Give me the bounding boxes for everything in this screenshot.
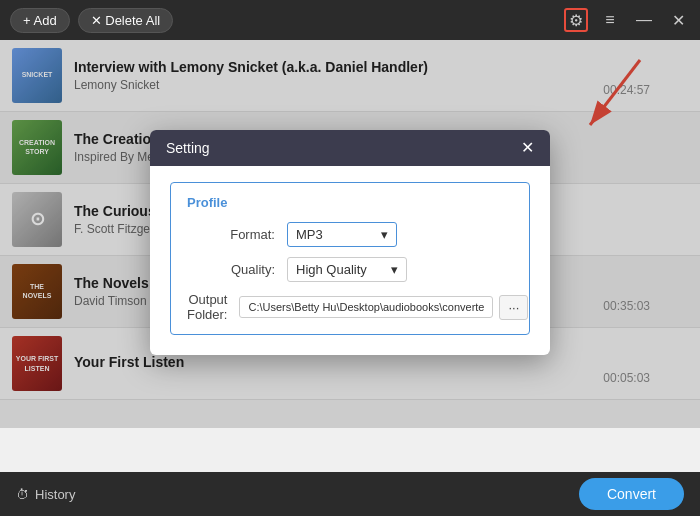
format-label: Format: [187,227,287,242]
output-row: C:\Users\Betty Hu\Desktop\audiobooks\con… [239,295,528,320]
output-path: C:\Users\Betty Hu\Desktop\audiobooks\con… [239,296,493,318]
dialog-title: Setting [166,140,210,156]
quality-row: Quality: High Quality ▾ [187,257,513,282]
history-icon: ⏱ [16,487,29,502]
format-value: MP3 [296,227,323,242]
gear-button[interactable]: ⚙ [564,8,588,32]
output-folder-label: Output Folder: [187,292,239,322]
browse-button[interactable]: ··· [499,295,528,320]
bottom-bar: ⏱ History Convert [0,472,700,516]
format-row: Format: MP3 ▾ [187,222,513,247]
dialog-body: Profile Format: MP3 ▾ Quality: High Qu [150,166,550,355]
profile-label: Profile [187,195,513,210]
add-button[interactable]: + Add [10,8,70,33]
output-folder-row: Output Folder: C:\Users\Betty Hu\Desktop… [187,292,513,322]
close-button[interactable]: ✕ [666,8,690,32]
quality-select[interactable]: High Quality ▾ [287,257,407,282]
history-label: History [35,487,75,502]
setting-dialog: Setting ✕ Profile Format: MP3 ▾ [150,130,550,355]
format-drop-icon: ▾ [381,227,388,242]
convert-button[interactable]: Convert [579,478,684,510]
title-bar-right: ⚙ ≡ — ✕ [564,8,690,32]
title-bar: + Add ✕ Delete All ⚙ ≡ — ✕ [0,0,700,40]
modal-overlay: Setting ✕ Profile Format: MP3 ▾ [0,40,700,428]
format-select[interactable]: MP3 ▾ [287,222,397,247]
quality-drop-icon: ▾ [391,262,398,277]
content-area: SNICKET Interview with Lemony Snicket (a… [0,40,700,472]
history-button[interactable]: ⏱ History [16,487,75,502]
dialog-header: Setting ✕ [150,130,550,166]
profile-section: Profile Format: MP3 ▾ Quality: High Qu [170,182,530,335]
quality-label: Quality: [187,262,287,277]
title-bar-left: + Add ✕ Delete All [10,8,173,33]
delete-all-button[interactable]: ✕ Delete All [78,8,174,33]
dialog-close-button[interactable]: ✕ [521,140,534,156]
minimize-button[interactable]: — [632,8,656,32]
menu-button[interactable]: ≡ [598,8,622,32]
quality-value: High Quality [296,262,367,277]
